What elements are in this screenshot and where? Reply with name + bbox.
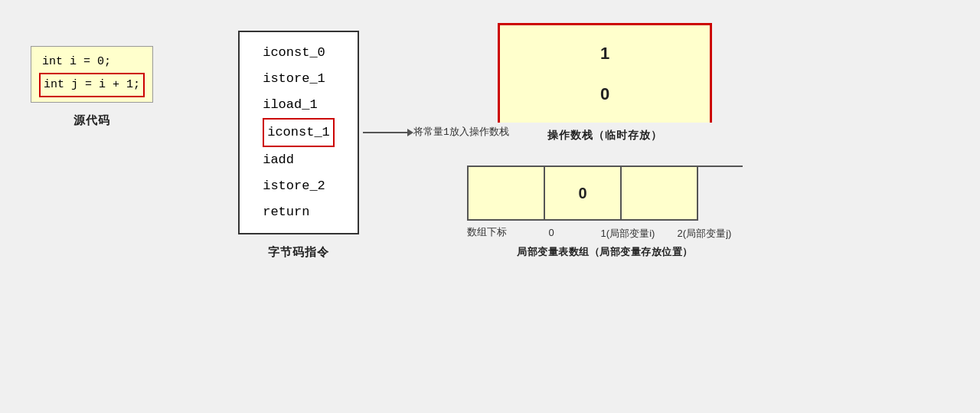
lvt-index-item-0: 0 [513,227,590,241]
arrow-annotation: 将常量1放入操作数栈 [363,123,509,143]
bytecode-line-1: istore_1 [263,66,335,92]
bytecode-line-6: return [263,199,335,225]
source-code-section: int i = 0; int j = i + 1; 源代码 [23,46,161,128]
lvt-table: 0 [467,166,743,221]
stack-value-bottom: 0 [600,84,609,104]
lvt-index-num-2: 2(局部变量j) [678,227,732,241]
lvt-index-item-2: 2(局部变量j) [666,227,743,241]
lvt-section: 0 数组下标 0 1(局部变量i) 2(局部变量j) [467,166,743,259]
bytecode-box: iconst_0 istore_1 iload_1 iconst_1 将常量1放… [238,31,359,234]
source-code-label: 源代码 [74,113,110,128]
index-row-label: 数组下标 [467,225,507,239]
lvt-indices-row: 数组下标 0 1(局部变量i) 2(局部变量j) [467,224,743,241]
lvt-cell-1: 0 [545,167,622,221]
bytecode-line-0: iconst_0 [263,40,335,66]
lvt-index-num-0: 0 [548,227,554,238]
bytecode-line-4: iadd [263,147,335,173]
arrow-line [363,132,409,133]
code-line-2-text: int j = i + 1; [44,78,140,91]
lvt-cell-2 [622,167,698,221]
lvt-table-container: 0 数组下标 0 1(局部变量i) 2(局部变量j) [467,166,743,241]
lvt-index-item-1: 1(局部变量i) [590,227,666,241]
bytecode-label: 字节码指令 [268,245,329,260]
main-container: int i = 0; int j = i + 1; 源代码 iconst_0 i… [23,15,957,398]
lvt-index-num-1: 1(局部变量i) [601,227,655,241]
bytecode-line-5: istore_2 [263,173,335,199]
code-line-1: int i = 0; [39,51,145,73]
code-line-1-text: int i = 0; [42,55,111,68]
lvt-bottom-label: 局部变量表数组（局部变量存放位置） [517,245,693,259]
lvt-cell-0 [469,167,545,221]
bytecode-section: iconst_0 istore_1 iload_1 iconst_1 将常量1放… [222,31,375,260]
bytecode-line-3: iconst_1 将常量1放入操作数栈 [263,118,335,147]
bytecode-line-2: iload_1 [263,92,335,118]
source-code-box: int i = 0; int j = i + 1; [31,46,153,103]
code-line-2: int j = i + 1; [39,73,145,97]
stack-label: 操作数栈（临时存放） [547,129,662,143]
annotation-text: 将常量1放入操作数栈 [413,123,509,143]
stack-value-top: 1 [600,44,609,64]
lvt-indices: 0 1(局部变量i) 2(局部变量j) [513,227,743,241]
stack-box: 1 0 [498,23,712,123]
